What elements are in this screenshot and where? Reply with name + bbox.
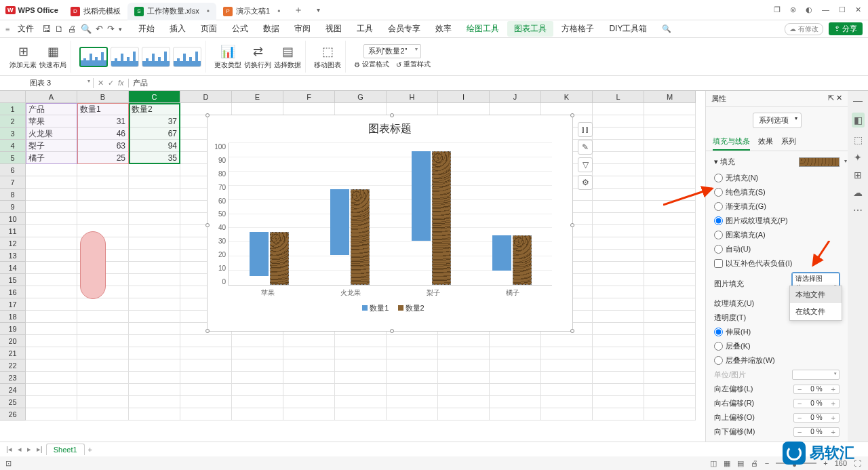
cell[interactable] [438, 408, 490, 420]
column-header[interactable]: K [541, 91, 593, 103]
set-format-button[interactable]: ⚙ 设置格式 [354, 60, 389, 69]
cell[interactable] [438, 335, 490, 347]
menu-11[interactable]: 图表工具 [507, 21, 553, 37]
reset-style-button[interactable]: ↺ 重置样式 [396, 60, 431, 69]
cell[interactable] [26, 201, 77, 213]
resize-handle[interactable] [205, 113, 210, 117]
panel-pin-icon[interactable]: ⇱ [828, 94, 834, 102]
row-header[interactable]: 13 [0, 250, 26, 262]
cell[interactable] [593, 335, 644, 347]
column-header[interactable]: J [490, 91, 541, 103]
cell[interactable] [644, 250, 696, 262]
row-header[interactable]: 26 [0, 408, 26, 420]
select-data-button[interactable]: ▤选择数据 [274, 44, 301, 70]
resize-handle[interactable] [570, 223, 574, 227]
series-dropdown[interactable]: 系列"数量2" [363, 44, 422, 58]
cell[interactable] [283, 408, 335, 420]
cell[interactable] [644, 189, 696, 201]
cell[interactable] [77, 347, 129, 359]
cell[interactable] [26, 286, 77, 298]
row-header[interactable]: 19 [0, 323, 26, 335]
cell[interactable] [593, 298, 644, 311]
cell[interactable] [26, 311, 77, 323]
select-icon[interactable]: ⬚ [854, 134, 863, 145]
cell[interactable] [541, 335, 593, 347]
cell[interactable] [129, 298, 180, 311]
cell[interactable] [283, 347, 335, 359]
cell[interactable] [438, 359, 490, 372]
cell[interactable] [593, 262, 644, 274]
chart-filter-icon[interactable]: ▽ [578, 157, 593, 172]
chart-object[interactable]: 图表标题 0102030405060708090100 苹果火龙果梨子橘子 数量… [207, 115, 573, 332]
cell[interactable] [77, 311, 129, 323]
cell[interactable] [593, 347, 644, 359]
sheet-tab[interactable]: Sheet1 [46, 444, 85, 455]
cell[interactable] [283, 359, 335, 372]
bar-series2[interactable] [513, 235, 532, 286]
cell[interactable] [335, 396, 387, 408]
grid-icon[interactable]: ⊞ [854, 170, 862, 180]
cell[interactable] [26, 274, 77, 286]
cell[interactable] [644, 311, 696, 323]
cell[interactable] [593, 152, 644, 164]
style-icon[interactable]: ◧ [852, 113, 865, 128]
cell[interactable] [129, 335, 180, 347]
cell[interactable] [283, 103, 335, 115]
bar-series1[interactable] [412, 151, 431, 241]
invert-negative[interactable]: 以互补色代表负值(I) [714, 256, 840, 271]
cell[interactable] [593, 274, 644, 286]
cloud-status[interactable]: ☁ 有修改 [785, 23, 823, 35]
fill-pattern[interactable]: 图案填充(A) [714, 228, 840, 242]
menu-4[interactable]: 数据 [256, 21, 286, 37]
menu-3[interactable]: 公式 [225, 21, 255, 37]
zoom-out-icon[interactable]: − [765, 459, 769, 467]
cell[interactable] [644, 213, 696, 225]
cell[interactable] [644, 384, 696, 396]
row-header[interactable]: 11 [0, 225, 26, 237]
cell[interactable] [593, 189, 644, 201]
fill-solid[interactable]: 纯色填充(S) [714, 185, 840, 199]
window-user-icon[interactable]: ◐ [806, 5, 812, 14]
cell[interactable] [335, 408, 387, 420]
cell[interactable] [180, 359, 232, 372]
switch-rowcol-button[interactable]: ⇄切换行列 [244, 44, 271, 70]
data-cell[interactable]: 37 [129, 115, 180, 128]
menu-toggle-icon[interactable]: ≡ [5, 25, 9, 33]
cell[interactable] [335, 103, 387, 115]
cell[interactable] [77, 396, 129, 408]
cell[interactable] [77, 201, 129, 213]
cell[interactable] [438, 347, 490, 359]
sheet-nav-last[interactable]: ▸| [35, 445, 45, 454]
resize-handle[interactable] [570, 113, 574, 117]
cell[interactable] [26, 176, 77, 189]
cell[interactable] [644, 201, 696, 213]
cell[interactable] [180, 408, 232, 420]
cell[interactable] [26, 408, 77, 420]
row-header[interactable]: 4 [0, 140, 26, 152]
tab-add-button[interactable]: ＋ [287, 4, 310, 16]
menu-0[interactable]: 开始 [132, 21, 161, 37]
print-icon[interactable]: 🖨 [751, 459, 758, 467]
cell[interactable] [129, 176, 180, 189]
cell[interactable] [644, 347, 696, 359]
resize-handle[interactable] [205, 223, 210, 227]
cell[interactable] [335, 372, 387, 384]
cell[interactable] [129, 262, 180, 274]
cell[interactable] [232, 372, 283, 384]
bar-series1[interactable] [250, 232, 269, 276]
column-header[interactable]: D [180, 91, 232, 103]
column-header[interactable]: H [387, 91, 438, 103]
row-header[interactable]: 10 [0, 213, 26, 225]
cell[interactable] [77, 176, 129, 189]
fill-picture[interactable]: 图片或纹理填充(P) [714, 214, 840, 228]
cell[interactable] [490, 347, 541, 359]
cell[interactable] [490, 372, 541, 384]
qat-print-icon[interactable]: 🖨 [68, 24, 77, 34]
cell[interactable] [387, 372, 438, 384]
name-box[interactable]: 图表 3 [26, 78, 94, 88]
cell[interactable] [387, 359, 438, 372]
row-header[interactable]: 2 [0, 115, 26, 128]
bar-series2[interactable] [270, 232, 289, 285]
cell[interactable] [541, 396, 593, 408]
sheet-nav-next[interactable]: ▸ [25, 445, 33, 454]
